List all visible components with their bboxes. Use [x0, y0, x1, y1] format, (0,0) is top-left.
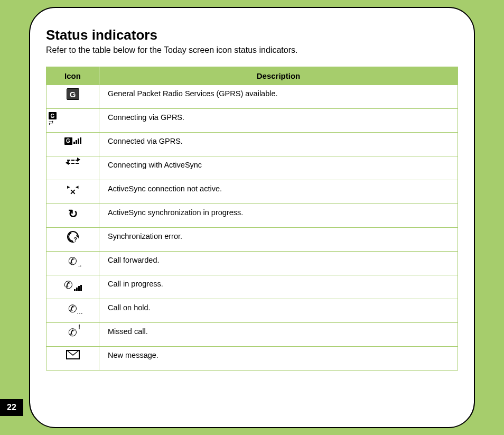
call-forwarded-icon: ✆→: [68, 255, 77, 267]
table-row: ▸◂ ✕ ActiveSync connection not active.: [46, 180, 458, 204]
icon-cell: G: [46, 85, 99, 109]
description-cell: ActiveSync connection not active.: [99, 180, 458, 204]
icon-cell: [46, 156, 99, 180]
table-row: ↻ ActiveSync synchronization in progress…: [46, 204, 458, 228]
call-in-progress-icon: ✆: [49, 279, 97, 291]
table-row: G ⇄ Connecting via GPRS.: [46, 109, 458, 133]
description-cell: ActiveSync synchronization in progress.: [99, 204, 458, 228]
description-cell: Call in progress.: [99, 275, 458, 299]
table-header-row: Icon Description: [46, 67, 458, 85]
description-cell: New message.: [99, 347, 458, 371]
icon-cell: ✆!: [46, 323, 99, 347]
activesync-inactive-icon: ▸◂ ✕: [66, 183, 80, 195]
header-icon: Icon: [46, 67, 99, 85]
gprs-connecting-icon: G ⇄: [49, 112, 97, 125]
missed-call-icon: ✆!: [68, 326, 77, 339]
icon-cell: ✆: [46, 275, 99, 299]
icon-cell: ▸◂ ✕: [46, 180, 99, 204]
table-row: ✆! Missed call.: [46, 323, 458, 347]
page-title: Status indicators: [46, 27, 458, 43]
icon-cell: ✆→: [46, 252, 99, 275]
gprs-connected-icon: G: [64, 137, 81, 145]
page-number-tab: 22: [0, 399, 23, 416]
table-row: ? Synchronization error.: [46, 228, 458, 252]
description-cell: Connecting via GPRS.: [99, 109, 458, 133]
activesync-syncing-icon: ↻: [68, 207, 78, 221]
content-panel: Status indicators Refer to the table bel…: [29, 7, 475, 428]
header-description: Description: [99, 67, 458, 85]
table-row: ✆→ Call forwarded.: [46, 252, 458, 275]
table-row: New message.: [46, 347, 458, 371]
call-on-hold-icon: ✆…: [68, 302, 77, 315]
description-cell: Missed call.: [99, 323, 458, 347]
activesync-connecting-icon: [49, 160, 97, 165]
icon-cell: G: [46, 133, 99, 156]
table-row: Connecting with ActiveSync: [46, 156, 458, 180]
table-row: ✆… Call on hold.: [46, 299, 458, 323]
sync-error-icon: ?: [67, 231, 79, 243]
icon-cell: ✆…: [46, 299, 99, 323]
description-cell: Call on hold.: [99, 299, 458, 323]
icon-cell: ↻: [46, 204, 99, 228]
new-message-icon: [66, 350, 80, 359]
icon-cell: G ⇄: [46, 109, 99, 133]
description-cell: Connected via GPRS.: [99, 133, 458, 156]
status-indicators-table: Icon Description G General Packet Radio …: [46, 67, 458, 371]
page-subtitle: Refer to the table below for the Today s…: [46, 45, 458, 55]
icon-cell: ?: [46, 228, 99, 252]
description-cell: Synchronization error.: [99, 228, 458, 252]
table-row: G General Packet Radio Services (GPRS) a…: [46, 85, 458, 109]
table-row: G Connected via GPRS.: [46, 133, 458, 156]
table-row: ✆ Call in progress.: [46, 275, 458, 299]
description-cell: General Packet Radio Services (GPRS) ava…: [99, 85, 458, 109]
gprs-available-icon: G: [67, 88, 79, 100]
description-cell: Connecting with ActiveSync: [99, 156, 458, 180]
icon-cell: [46, 347, 99, 371]
description-cell: Call forwarded.: [99, 252, 458, 275]
